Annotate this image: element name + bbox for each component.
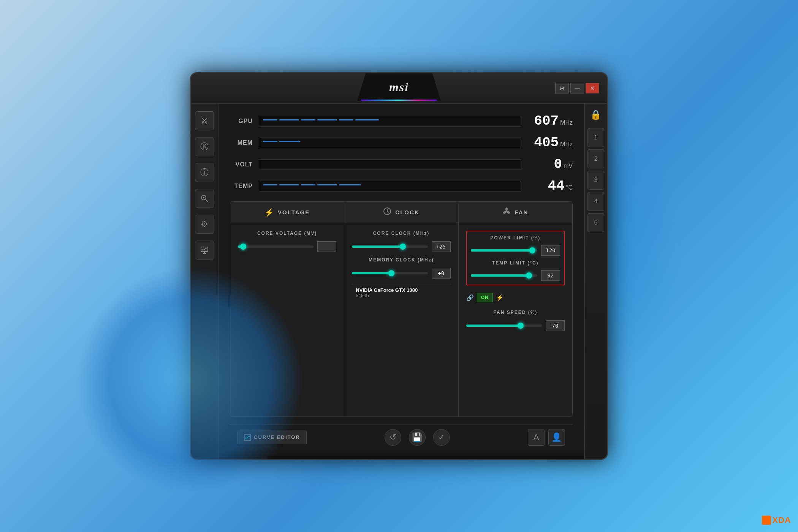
sidebar-icon-info[interactable]: ⓘ	[195, 163, 214, 182]
core-clock-slider-row: +25	[352, 241, 450, 252]
device-clock: 545.37	[356, 293, 446, 298]
fan-speed-label: FAN SPEED (%)	[466, 310, 565, 315]
mem-value: 405 MHz	[527, 135, 573, 150]
tab-fan[interactable]: FAN	[459, 202, 572, 223]
temp-limit-slider-row: 92	[471, 270, 560, 281]
fan-speed-value: 70	[546, 320, 565, 331]
voltage-tab-label: VOLTAGE	[278, 209, 310, 215]
svg-line-1	[206, 200, 208, 202]
mem-bar	[259, 138, 521, 148]
sidebar-icon-search[interactable]	[195, 189, 214, 208]
minimize-button[interactable]: —	[570, 83, 584, 93]
gpu-value: 607 MHz	[527, 113, 573, 129]
memory-clock-track[interactable]	[352, 272, 428, 274]
fan-speed-track[interactable]	[466, 325, 542, 327]
apply-icon: ✓	[438, 432, 445, 442]
close-button[interactable]: ✕	[586, 83, 599, 93]
link-icon: 🔗	[466, 294, 474, 301]
power-limit-slider-row: 120	[471, 245, 560, 256]
power-limit-label: POWER LIMIT (%)	[471, 235, 560, 241]
fan-panel: POWER LIMIT (%) 120 TEMP LIMIT (°C)	[459, 223, 572, 416]
fan-speed-slider-row: 70	[466, 320, 565, 331]
svg-point-11	[505, 207, 508, 211]
volt-bar	[259, 159, 521, 170]
bottom-panel: ⚡ VOLTAGE CLOCK	[230, 201, 573, 417]
xda-logo: XDA	[762, 515, 791, 525]
core-clock-track[interactable]	[352, 245, 428, 248]
profile-btn-4[interactable]: 4	[587, 192, 604, 211]
core-clock-label: CORE CLOCK (MHz)	[352, 231, 450, 236]
core-voltage-track[interactable]	[238, 245, 314, 248]
core-voltage-label: CORE VOLTAGE (MV)	[238, 231, 336, 236]
meter-row-volt: VOLT 0 mV	[230, 157, 573, 172]
title-bar: msi ⊞ — ✕	[191, 73, 607, 104]
volt-label: VOLT	[230, 161, 253, 168]
sidebar-icon-settings[interactable]: ⚙	[195, 215, 214, 234]
save-icon: 💾	[412, 432, 422, 442]
fan-tab-label: FAN	[515, 209, 528, 215]
sidebar-icon-monitor[interactable]	[195, 241, 214, 260]
right-sidebar: 🔒 1 2 3 4 5	[584, 104, 607, 459]
memory-clock-slider-row: +0	[352, 268, 450, 279]
mem-label: MEM	[230, 139, 253, 146]
profile-btn-2[interactable]: 2	[587, 149, 604, 168]
tab-clock[interactable]: CLOCK	[344, 202, 458, 223]
msi-window: msi ⊞ — ✕ ⚔ Ⓚ ⓘ ⚙	[190, 72, 608, 460]
voltage-panel: CORE VOLTAGE (MV)	[230, 223, 344, 416]
power-limit-section: POWER LIMIT (%) 120 TEMP LIMIT (°C)	[466, 231, 565, 285]
temp-limit-value: 92	[541, 270, 560, 281]
profile-btn-3[interactable]: 3	[587, 171, 604, 190]
gpu-bar	[259, 116, 521, 127]
profile-user-icon: 👤	[551, 432, 562, 442]
clock-tab-icon	[383, 207, 391, 217]
volt-value: 0 mV	[527, 157, 573, 172]
profile-btn-5[interactable]: 5	[587, 213, 604, 232]
reset-icon: ↺	[390, 432, 396, 442]
windows-button[interactable]: ⊞	[555, 83, 569, 93]
reset-button[interactable]: ↺	[385, 429, 401, 446]
tab-voltage[interactable]: ⚡ VOLTAGE	[230, 202, 344, 223]
lock-icon: 🔒	[590, 109, 602, 120]
temp-limit-label: TEMP LIMIT (°C)	[471, 260, 560, 266]
core-voltage-slider-row	[238, 241, 336, 252]
title-notch: msi	[357, 73, 441, 101]
temp-limit-track[interactable]	[471, 274, 537, 277]
sidebar-icon-k[interactable]: Ⓚ	[195, 137, 214, 156]
svg-rect-14	[244, 434, 250, 440]
power-limit-track[interactable]	[471, 249, 537, 252]
curve-editor-button[interactable]: CURVE EDITOR	[238, 431, 307, 444]
gpu-label: GPU	[230, 118, 253, 125]
profile-btn-1[interactable]: 1	[587, 128, 604, 147]
power-limit-value: 120	[541, 245, 560, 256]
profile-a-button[interactable]: A	[528, 429, 545, 446]
curve-editor-label: CURVE EDITOR	[254, 434, 300, 440]
profile-user-button[interactable]: 👤	[548, 429, 565, 446]
sidebar-icon-overclock[interactable]: ⚔	[195, 111, 214, 130]
apply-button[interactable]: ✓	[433, 429, 450, 446]
meter-row-temp: TEMP 44 °C	[230, 178, 573, 194]
temp-bar	[259, 181, 521, 192]
toggle-row: 🔗 ON ⚡	[466, 291, 565, 304]
meter-row-mem: MEM 405 MHz	[230, 135, 573, 150]
toolbar-right: A 👤	[528, 429, 565, 446]
meters-section: GPU 607 MHz	[230, 113, 573, 194]
main-layout: ⚔ Ⓚ ⓘ ⚙	[191, 104, 607, 459]
tabs-header: ⚡ VOLTAGE CLOCK	[230, 202, 572, 223]
memory-clock-label: MEMORY CLOCK (MHz)	[352, 257, 450, 263]
boost-icon: ⚡	[496, 294, 504, 301]
tabs-content: CORE VOLTAGE (MV) CORE CLOCK (MHz)	[230, 223, 572, 416]
core-clock-value: +25	[432, 241, 451, 252]
on-button[interactable]: ON	[477, 293, 493, 302]
xda-label: XDA	[773, 515, 791, 525]
clock-tab-label: CLOCK	[395, 209, 419, 215]
save-button[interactable]: 💾	[409, 429, 426, 446]
device-name: NVIDIA GeForce GTX 1080	[356, 287, 446, 293]
core-voltage-value	[317, 241, 336, 252]
clock-panel: CORE CLOCK (MHz) +25 MEMORY CLOCK (MHz)	[344, 223, 458, 416]
voltage-tab-icon: ⚡	[264, 208, 274, 217]
profile-a-label: A	[534, 432, 539, 442]
msi-logo: msi	[389, 80, 409, 94]
xda-square	[762, 516, 771, 525]
left-sidebar: ⚔ Ⓚ ⓘ ⚙	[191, 104, 218, 459]
bottom-toolbar: CURVE EDITOR ↺ 💾 ✓ A	[230, 424, 573, 449]
